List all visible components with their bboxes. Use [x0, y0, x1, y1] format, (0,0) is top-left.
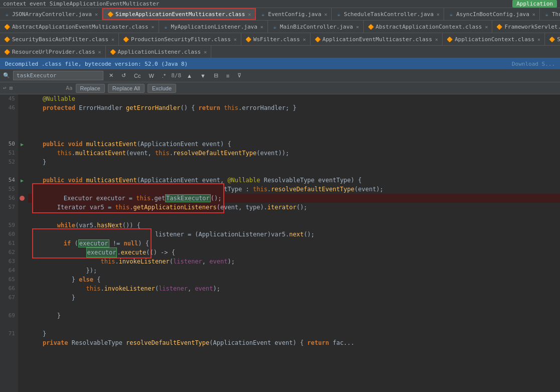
top-bar-right: Application: [512, 0, 557, 8]
undo-search-button[interactable]: ↺: [119, 71, 128, 80]
tab-main-biz[interactable]: ☕ MainBizController.java ✕: [268, 21, 364, 33]
close-icon[interactable]: ✕: [111, 37, 114, 42]
close-icon[interactable]: ✕: [356, 24, 359, 30]
code-line-69: }: [28, 311, 560, 320]
close-icon[interactable]: ✕: [234, 37, 237, 42]
marker-62: [18, 248, 26, 257]
tab-thr[interactable]: ☕ Thr...: [540, 8, 560, 20]
code-line-68: [28, 302, 560, 311]
close-icon[interactable]: ✕: [152, 24, 155, 30]
tab-spring-bus[interactable]: 🔶 SpringBus...: [545, 33, 560, 45]
close-icon[interactable]: ✕: [537, 37, 540, 42]
close-icon[interactable]: ✕: [98, 49, 101, 55]
code-line-63: this.invokeListener(listener, event);: [28, 257, 560, 266]
code-line-64: });: [28, 266, 560, 275]
editor-area: 45 46 50 51 52 54 55 56 57 59 60 61 62 6…: [0, 94, 560, 392]
tab-row-4: 🔶 ResourceUrlProvider.class ✕ 🔶 Applicat…: [0, 46, 560, 58]
close-icon[interactable]: ✕: [532, 12, 535, 17]
code-line-45: @Nullable: [28, 94, 560, 103]
replace-button[interactable]: Replace: [76, 84, 105, 93]
close-icon[interactable]: ✕: [248, 12, 251, 17]
tab-schedule-task[interactable]: ☕ ScheduleTaskController.java ✕: [332, 8, 444, 20]
tab-my-listener[interactable]: ☕ MyApplicationListener.java ✕: [159, 21, 268, 33]
marker-69: [18, 311, 26, 320]
tab-framework-servlet[interactable]: 🔶 FrameworkServlet.class ✕: [492, 21, 560, 33]
tab-abstract-ctx[interactable]: 🔶 AbstractApplicationContext.class ✕: [364, 21, 493, 33]
java-icon: ☕: [272, 24, 278, 30]
code-line-51: this.multicastEvent(event, this.resolveD…: [28, 149, 560, 158]
line-69: 69: [0, 311, 15, 320]
close-icon[interactable]: ✕: [485, 24, 488, 30]
search-icon: 🔍: [3, 72, 10, 79]
close-icon[interactable]: ✕: [435, 37, 438, 42]
code-line-49: [28, 130, 560, 140]
breakpoint-icon[interactable]: [20, 196, 25, 201]
open-in-editor-button[interactable]: ⊟: [211, 71, 221, 80]
code-line-70: [28, 320, 560, 329]
tab-json-array[interactable]: ☕ JSONArrayController.java ✕: [0, 8, 102, 20]
code-content: @Nullable protected ErrorHandler getErro…: [26, 94, 560, 392]
code-line-61: if (executor != null) {: [28, 239, 560, 248]
marker-59: [18, 221, 26, 230]
marker-53: [18, 167, 26, 176]
tab-simple-event[interactable]: 🔶 SimpleApplicationEventMulticaster.clas…: [102, 8, 256, 20]
tab-async-boot[interactable]: ☕ AsyncInBootConfig.java ✕: [444, 8, 540, 20]
line-52: 52: [0, 158, 15, 167]
next-match-button[interactable]: ▼: [198, 72, 208, 80]
filter-button[interactable]: ⊽: [235, 71, 244, 80]
whole-word-button[interactable]: W: [146, 72, 156, 80]
run-icon: ▶: [21, 142, 24, 147]
line-60: 60: [0, 230, 15, 239]
cc-button[interactable]: Cc: [131, 72, 143, 80]
highlight-button[interactable]: ≡: [224, 72, 232, 80]
marker-58: [18, 212, 26, 221]
exclude-button[interactable]: Exclude: [148, 84, 176, 93]
tab-ws-filter[interactable]: 🔶 WsFilter.class ✕: [241, 33, 311, 45]
line-72: [0, 338, 15, 347]
line-58: [0, 212, 15, 221]
tab-row-1: ☕ JSONArrayController.java ✕ 🔶 SimpleApp…: [0, 8, 560, 21]
tab-app-listener[interactable]: 🔶 ApplicationListener.class ✕: [106, 46, 212, 58]
line-61: 61: [0, 239, 15, 248]
close-icon[interactable]: ✕: [324, 12, 327, 17]
class-icon: 🔶: [110, 49, 116, 55]
app-button[interactable]: Application: [512, 0, 557, 8]
search-input[interactable]: [13, 71, 103, 80]
close-icon[interactable]: ✕: [95, 12, 98, 17]
class-icon: 🔶: [107, 11, 113, 17]
line-49: [0, 130, 15, 140]
run-icon-2: ▶: [21, 178, 24, 183]
marker-48: [18, 121, 26, 130]
code-line-52: }: [28, 158, 560, 167]
prev-match-button[interactable]: ▲: [184, 72, 195, 80]
class-icon: 🔶: [123, 36, 129, 42]
code-line-46: protected ErrorHandler getErrorHandler()…: [28, 103, 560, 112]
tab-abstract-multicaster[interactable]: 🔶 AbstractApplicationEventMulticaster.cl…: [0, 21, 159, 33]
tab-resource-url[interactable]: 🔶 ResourceUrlProvider.class ✕: [0, 46, 106, 58]
line-70: [0, 320, 15, 329]
close-icon[interactable]: ✕: [303, 37, 306, 42]
replace-all-button[interactable]: Replace All: [108, 84, 145, 93]
tab-security-filter[interactable]: 🔶 SecurityBasicAuthFilter.class ✕: [0, 33, 119, 45]
regex-button[interactable]: .*: [160, 72, 168, 80]
tab-app-ctx[interactable]: 🔶 ApplicationContext.class ✕: [443, 33, 545, 45]
line-54: 54: [0, 176, 15, 185]
tab-production-filter[interactable]: 🔶 ProductionSecurityFilter.class ✕: [119, 33, 241, 45]
close-icon[interactable]: ✕: [260, 24, 263, 30]
replace-icon: ↩: [3, 85, 7, 91]
code-line-53: [28, 167, 560, 176]
clear-search-button[interactable]: ✕: [106, 71, 116, 80]
marker-46: [18, 103, 26, 112]
tab-app-multicaster[interactable]: 🔶 ApplicationEventMulticaster.class ✕: [311, 33, 443, 45]
tab-event-config[interactable]: ☕ EventConfig.java ✕: [256, 8, 332, 20]
close-icon[interactable]: ✕: [204, 49, 207, 55]
java-icon: ☕: [163, 24, 169, 30]
line-57: 57: [0, 203, 15, 212]
line-47: [0, 112, 15, 121]
line-45: 45: [0, 94, 15, 103]
replace-toolbar: ↩ ⊞ Aa Replace Replace All Exclude: [0, 82, 560, 94]
class-icon: 🔶: [496, 24, 502, 30]
download-button[interactable]: Download S...: [512, 61, 555, 67]
close-icon[interactable]: ✕: [437, 12, 440, 17]
java-icon: ☕: [260, 11, 266, 17]
